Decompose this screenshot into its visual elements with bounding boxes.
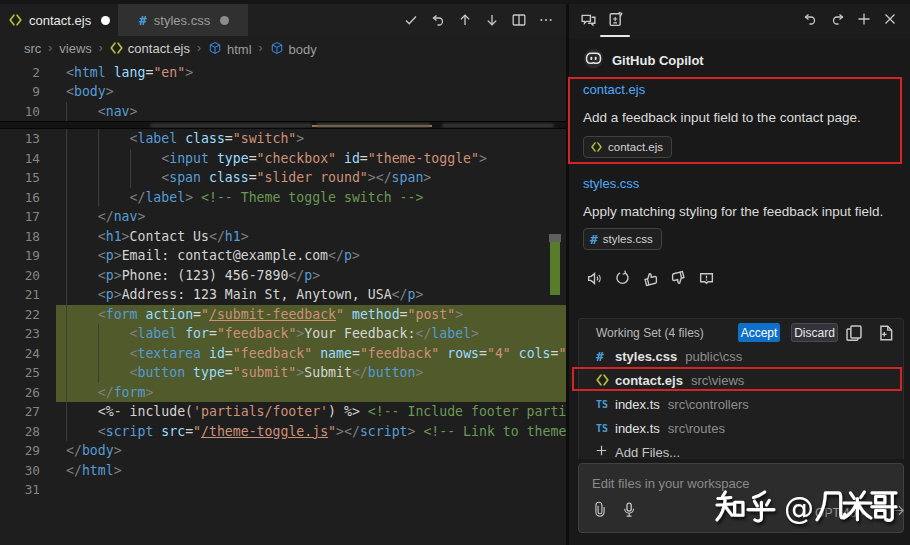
code-line-10[interactable]: 10 <nav> (0, 102, 566, 122)
code-token: = (225, 365, 233, 380)
code-token (66, 365, 130, 380)
code-token (177, 326, 185, 341)
code-token: script (360, 424, 408, 439)
code-token (336, 151, 344, 166)
breadcrumb[interactable]: src›views›contact.ejs›html›body (24, 36, 564, 60)
line-number: 21 (0, 285, 40, 305)
ts-file-icon: TS (596, 423, 615, 434)
code-token (209, 151, 217, 166)
code-line-25[interactable]: 25 <button type="submit">Submit</button> (0, 363, 566, 383)
code-line-28[interactable]: 28 <script src="/theme-toggle.js"></scri… (0, 422, 566, 442)
code-text: <p>Email: contact@example.com</p> (66, 246, 360, 266)
breadcrumb-item-body[interactable]: body (270, 40, 317, 57)
code-text: <label for="feedback">Your Feedback:</la… (66, 324, 479, 344)
code-line-16[interactable]: 16 </label> <!-- Theme toggle switch --> (0, 188, 566, 208)
close-icon[interactable] (882, 11, 898, 31)
code-line-9[interactable]: 9<body> (0, 82, 566, 102)
line-number: 26 (0, 383, 40, 403)
code-line-20[interactable]: 20 <p>Phone: (123) 456-7890</p> (0, 266, 566, 286)
code-text: <body> (66, 82, 114, 102)
code-text: </form> (66, 383, 153, 403)
code-line-15[interactable]: 15 <span class="slider round"></span> (0, 168, 566, 188)
code-text: <p>Address: 123 Main St, Anytown, USA</p… (66, 285, 423, 305)
accept-button[interactable]: Accept (738, 323, 780, 342)
code-line-21[interactable]: 21 <p>Address: 123 Main St, Anytown, USA… (0, 285, 566, 305)
retry-icon[interactable] (614, 270, 631, 291)
chip-label: styles.css (603, 233, 653, 245)
tab-styles-css[interactable]: # styles.css (118, 4, 248, 36)
breadcrumb-label: views (59, 41, 92, 56)
code-token: html (74, 65, 106, 80)
line-number: 17 (0, 207, 40, 227)
file-path: src\routes (668, 421, 725, 436)
code-editor[interactable]: 2<html lang="en">9<body>10 <nav>13 <labe… (0, 60, 566, 545)
next-change-icon[interactable] (484, 12, 500, 28)
input-toolbar (592, 501, 637, 522)
unsaved-dot-icon[interactable] (220, 16, 229, 25)
redo-icon[interactable] (830, 11, 846, 31)
code-token: " (193, 424, 201, 439)
chat-chip-styles-css[interactable]: # styles.css (583, 228, 662, 250)
code-line-18[interactable]: 18 <h1>Contact Us</h1> (0, 227, 566, 247)
file-name: index.ts (615, 397, 660, 412)
breadcrumb-item-html[interactable]: html (208, 40, 252, 57)
chat-icon[interactable] (580, 11, 597, 32)
working-set-row-styles-css[interactable]: #styles.csspublic\css (579, 344, 903, 368)
working-set-title: Working Set (4 files) (596, 326, 704, 340)
unsaved-dot-icon[interactable] (101, 16, 110, 25)
thumbs-down-icon[interactable] (670, 270, 687, 291)
code-token: rows (447, 346, 479, 361)
code-line-17[interactable]: 17 </nav> (0, 207, 566, 227)
working-set-row-index-ts[interactable]: TSindex.tssrc\controllers (579, 392, 903, 416)
file-name: index.ts (615, 421, 660, 436)
working-set-row-index-ts[interactable]: TSindex.tssrc\routes (579, 416, 903, 440)
discard-button[interactable]: Discard (791, 323, 838, 342)
code-token: > (423, 170, 431, 185)
code-line-27[interactable]: 27 <%- include('partials/footer') %> <!-… (0, 402, 566, 422)
breadcrumb-item-contact-ejs[interactable]: contact.ejs (110, 41, 190, 56)
code-token: </ (66, 443, 82, 458)
accept-check[interactable] (403, 12, 419, 28)
tab-contact-ejs[interactable]: contact.ejs (0, 4, 118, 36)
read-aloud-icon[interactable] (586, 270, 603, 291)
compare-changes-icon[interactable] (845, 324, 863, 346)
code-line-29[interactable]: 29</body> (0, 441, 566, 461)
discard-undo-icon[interactable] (430, 12, 446, 28)
thumbs-up-icon[interactable] (642, 270, 659, 291)
code-line-14[interactable]: 14 <input type="checkbox" id="theme-togg… (0, 149, 566, 169)
panel-header (569, 4, 910, 38)
chat-file-link-styles-css[interactable]: styles.css (583, 176, 639, 191)
microphone-icon[interactable] (621, 501, 637, 522)
add-files-button[interactable]: Add Files... (579, 440, 903, 464)
code-line-24[interactable]: 24 <textarea id="feedback" name="feedbac… (0, 344, 566, 364)
code-line-26[interactable]: 26 </form> (0, 383, 566, 403)
code-token: Submit (304, 365, 352, 380)
scrollbar-thumb[interactable] (549, 234, 561, 242)
code-token: p (304, 268, 312, 283)
code-text: </label> <!-- Theme toggle switch --> (66, 188, 423, 208)
code-line-31[interactable]: 31 (0, 480, 566, 500)
code-token: <!-- Link to theme toggle script --> (423, 424, 566, 439)
report-issue-icon[interactable] (698, 270, 715, 291)
undo-icon[interactable] (802, 11, 818, 31)
code-text: <textarea id="feedback" name="feedback" … (66, 344, 566, 364)
copilot-edits-icon[interactable] (607, 11, 624, 32)
attach-icon[interactable] (592, 501, 608, 522)
code-line-2[interactable]: 2<html lang="en"> (0, 63, 566, 83)
code-token (66, 424, 98, 439)
code-line-22[interactable]: 22 <form action="/submit-feedback" metho… (0, 305, 566, 325)
code-token: > (185, 65, 193, 80)
code-line-23[interactable]: 23 <label for="feedback">Your Feedback:<… (0, 324, 566, 344)
code-token: html (82, 463, 114, 478)
new-session-icon[interactable] (856, 11, 872, 31)
code-line-30[interactable]: 30</html> (0, 461, 566, 481)
code-line-19[interactable]: 19 <p>Email: contact@example.com</p> (0, 246, 566, 266)
previous-change-icon[interactable] (457, 12, 473, 28)
view-all-edits-icon[interactable] (877, 324, 895, 346)
code-token: = (225, 131, 233, 146)
breadcrumb-item-views[interactable]: views (59, 41, 92, 56)
more-actions-icon[interactable] (538, 12, 554, 28)
split-editor-icon[interactable] (511, 12, 527, 28)
code-line-13[interactable]: 13 <label class="switch"> (0, 129, 566, 149)
breadcrumb-item-src[interactable]: src (24, 41, 41, 56)
